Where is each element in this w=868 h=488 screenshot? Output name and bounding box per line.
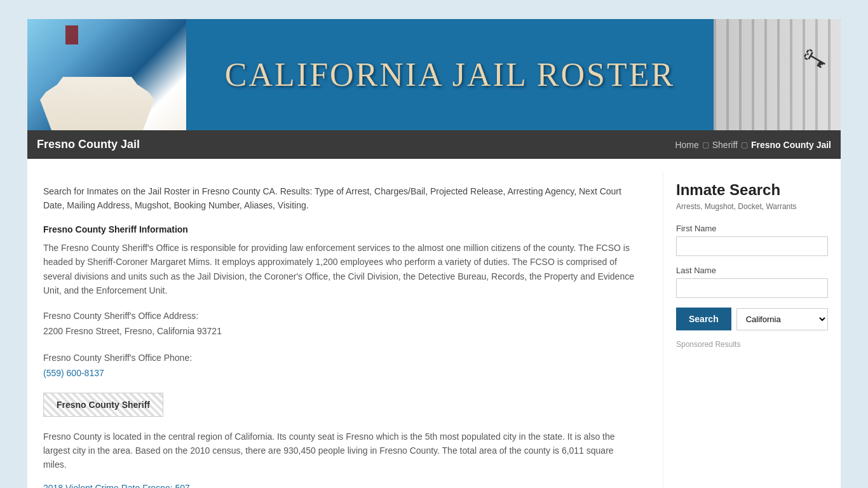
breadcrumb-sep-2: ▢: [741, 140, 748, 149]
search-panel-title: Inmate Search: [676, 181, 828, 199]
breadcrumb-current: Fresno County Jail: [751, 140, 831, 150]
address-label: Fresno County Sheriff's Office Address:: [43, 311, 198, 321]
section-title: Fresno County Sheriff Information: [43, 224, 634, 234]
header-left-image: [27, 19, 186, 130]
intro-text: Search for Inmates on the Jail Roster in…: [43, 184, 634, 213]
phone-label: Fresno County Sheriff's Office Phone:: [43, 353, 192, 363]
header-right-image: [714, 19, 841, 130]
first-name-group: First Name: [676, 224, 828, 256]
sheriff-button[interactable]: Fresno County Sheriff: [43, 393, 163, 417]
sponsored-label: Sponsored Results: [676, 340, 828, 349]
navbar: Fresno County Jail Home ▢ Sheriff ▢ Fres…: [27, 130, 841, 159]
last-name-input[interactable]: [676, 278, 828, 298]
page-outer: California Jail Roster Fresno County Jai…: [0, 0, 868, 488]
breadcrumb-sheriff[interactable]: Sheriff: [712, 140, 738, 150]
first-name-input[interactable]: [676, 236, 828, 256]
search-panel-subtitle: Arrests, Mugshot, Docket, Warrants: [676, 202, 828, 211]
county-paragraph: Fresno County is located in the central …: [43, 430, 634, 472]
site-wrapper: California Jail Roster Fresno County Jai…: [27, 19, 841, 488]
content-left: Search for Inmates on the Jail Roster in…: [27, 172, 650, 488]
breadcrumb-home[interactable]: Home: [675, 140, 698, 150]
site-title: California Jail Roster: [225, 57, 675, 93]
header-banner: California Jail Roster: [27, 19, 841, 130]
address-value: 2200 Fresno Street, Fresno, California 9…: [43, 326, 222, 336]
address-block: Fresno County Sheriff's Office Address: …: [43, 309, 634, 339]
state-select[interactable]: California Alabama Alaska Arizona Arkans…: [736, 308, 828, 330]
body-paragraph: The Fresno County Sheriff's Office is re…: [43, 241, 634, 298]
search-button[interactable]: Search: [676, 308, 731, 330]
crime-stats: 2018 Violent Crime Rate Fresno: 507 Data…: [43, 481, 634, 488]
navbar-page-title: Fresno County Jail: [37, 138, 140, 151]
crime-stat-1: 2018 Violent Crime Rate Fresno: 507: [43, 481, 634, 488]
phone-block: Fresno County Sheriff's Office Phone: (5…: [43, 351, 634, 381]
phone-value: (559) 600-8137: [43, 368, 104, 378]
last-name-group: Last Name: [676, 266, 828, 298]
main-content: Search for Inmates on the Jail Roster in…: [27, 159, 841, 488]
search-row: Search California Alabama Alaska Arizona…: [676, 308, 828, 330]
search-sidebar: Inmate Search Arrests, Mugshot, Docket, …: [663, 172, 841, 488]
first-name-label: First Name: [676, 224, 828, 233]
last-name-label: Last Name: [676, 266, 828, 275]
breadcrumb: Home ▢ Sheriff ▢ Fresno County Jail: [675, 140, 831, 150]
breadcrumb-sep-1: ▢: [702, 140, 709, 149]
header-title-area: California Jail Roster: [186, 56, 714, 93]
